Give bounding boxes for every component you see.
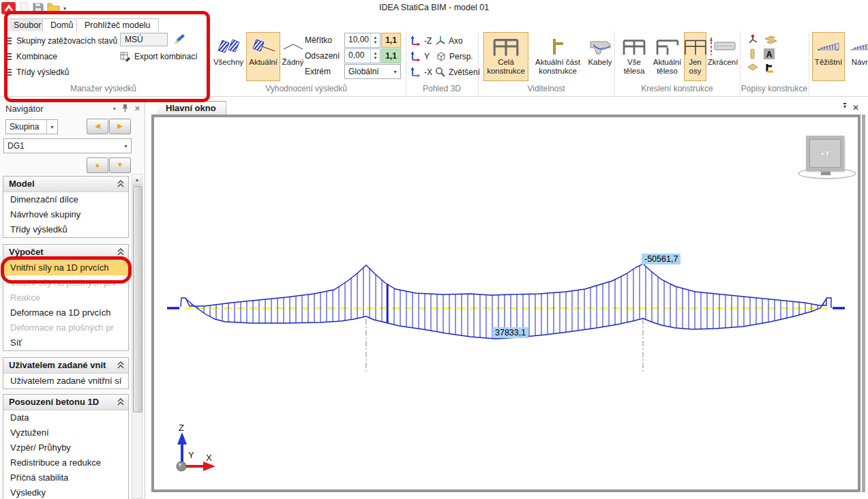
group-diagrams: Těžištní Návrh [809,31,868,95]
axes-only-button[interactable]: Jen osy [684,32,706,81]
nav-item-navrhove-skupiny[interactable]: Návrhové skupiny [3,207,128,222]
design-group-dropdown[interactable]: DG1 ▾ [3,138,132,153]
offset-1-1-button[interactable]: 1,1 [381,48,401,63]
navigator-mode-dropdown[interactable]: Skupina ▾ [5,119,58,134]
model-viewport[interactable]: -50561,7 37833,1 Z Y X +Y [151,115,860,492]
nav-item-dimenzacni-dilce[interactable]: Dimenzační dílce [3,192,128,207]
navigator-scrollbar[interactable]: ▲ [132,174,143,499]
current-solid-button[interactable]: Aktuální těleso [650,32,685,81]
all-solids-button[interactable]: Vše tělesa [618,32,650,81]
edit-pencil-icon[interactable] [173,33,185,48]
nav-item-redistribuce[interactable]: Redistribuce a redukce [3,455,128,470]
shortening-button[interactable]: Zkrácení [706,32,740,81]
combinations-label: Kombinace [16,52,57,61]
tab-domu[interactable]: Domů [42,18,81,33]
group-label: Pohled 3D [406,84,478,93]
nav-item-deformace-plosne[interactable]: Deformace na plošných pr [3,320,128,335]
section-header[interactable]: Uživatelem zadané vnit [3,358,128,374]
spinner-arrows-icon[interactable]: ▲▼ [370,49,380,63]
local-axes-icon[interactable] [764,63,780,76]
results-none-button[interactable]: Žádný [280,32,306,81]
nav-item-vysledky[interactable]: Výsledky [3,485,128,499]
scale-spinner[interactable]: 10,00 ▲▼ [344,33,380,48]
member-label-icon[interactable] [764,34,780,48]
design-label: Návrh [852,58,868,67]
nav-item-reakce[interactable]: Reakce [3,290,128,305]
offset-spinner[interactable]: 0,00 ▲▼ [344,48,380,63]
view-neg-x-label: -X [424,67,432,77]
scrollbar-thumb[interactable] [133,186,143,412]
right-edge-bar [862,115,865,492]
view-cube[interactable]: +Y [806,136,844,171]
nav-item-data[interactable]: Data [3,410,128,425]
results-all-button[interactable]: Všechny [211,32,246,81]
cables-button[interactable]: Kabely [586,32,614,81]
axis-triad-icon [410,51,421,61]
pin-icon[interactable] [122,104,128,114]
scrollbar-up-icon[interactable]: ▲ [132,175,142,185]
close-icon[interactable]: ✕ [134,104,140,113]
plate-label-icon[interactable] [747,63,763,76]
node-label-icon[interactable] [747,34,763,48]
chevron-down-icon: ▾ [121,143,131,149]
axis-z-label: Z [179,423,184,433]
axis-triad-icon [410,35,421,46]
tab-prohlizec-modelu[interactable]: Prohlížeč modelu [76,18,159,33]
nav-item-vnitrni-sily-1d[interactable]: Vnitřní síly na 1D prvcích [3,260,128,275]
move-up-button[interactable]: ▲ [87,157,108,173]
section-header[interactable]: Výpočet [3,245,128,260]
combinations-button[interactable]: Kombinace [4,49,57,63]
results-current-button[interactable]: Aktuální [246,32,280,81]
nav-item-pricna-stabilita[interactable]: Příčná stabilita [3,470,128,485]
nav-item-vzper-pruhyby[interactable]: Vzpěr/ Průhyby [3,440,128,455]
spinner-arrows-icon[interactable]: ▲▼ [370,33,380,47]
section-header[interactable]: Model [3,177,128,192]
extreme-value: Globální [345,67,390,76]
view-axo-button[interactable]: Axo [435,33,463,48]
group-popisy-konstrukce: A Popisy konstrukce [740,31,809,95]
doc-close-icon[interactable]: ✕ [852,103,859,112]
collapse-chevron-icon [117,361,124,369]
navbox-posouzeni-betonu: Posouzení betonu 1D Data Vyztužení Vzpěr… [3,394,129,499]
group-label: Vyhodnocení výsledků [207,84,406,93]
text-label-icon[interactable]: A [764,48,780,62]
doc-tab-hlavni-okno[interactable]: Hlavní okno [155,101,226,115]
result-class-field[interactable]: MSÚ [120,33,168,46]
result-classes-button[interactable]: Třídy výsledků [4,65,69,79]
offset-value: 0,00 [345,49,370,63]
current-solid-label: Aktuální těleso [650,58,684,76]
group-label: Viditelnost [478,84,614,93]
group-label: Kreslení konstrukce [614,84,740,93]
prev-item-button[interactable]: ◀ [87,119,108,134]
view-neg-z-button[interactable]: -Z [410,33,432,48]
section-label-icon[interactable] [747,48,763,62]
section-header[interactable]: Posouzení betonu 1D [3,395,128,410]
arrow-right-icon: ▶ [117,122,123,130]
export-combinations-button[interactable]: Export kombinací [120,49,198,63]
nav-item-uzivatelem-zadane[interactable]: Uživatelem zadané vnitřní sí [3,374,128,389]
view-y-button[interactable]: Y [410,49,430,63]
list-icon [4,52,13,61]
centroidal-button[interactable]: Těžištní [812,32,845,81]
view-neg-x-button[interactable]: -X [410,65,432,79]
nav-item-deformace-1d[interactable]: Deformace na 1D prvcích [3,305,128,320]
design-button[interactable]: Návrh [845,32,868,81]
view-zoom-button[interactable]: Zvětšení [435,65,480,79]
load-case-groups-button[interactable]: Skupiny zatěžovacích stavů [4,33,117,48]
group-kresleni-konstrukce: Vše tělesa Aktuální těleso Jen osy Zkrác… [614,31,740,95]
scale-1-1-button[interactable]: 1,1 [381,33,401,48]
move-down-button[interactable]: ▼ [109,157,131,173]
chevron-down-icon: ▾ [46,120,57,134]
view-persp-button[interactable]: Persp. [435,49,473,63]
nav-item-vyztuzeni[interactable]: Vyztužení [3,425,128,440]
extreme-dropdown[interactable]: Globální ▾ [344,64,401,79]
navbox-uzivatelem-zadane: Uživatelem zadané vnit Uživatelem zadané… [3,357,129,389]
doc-tabs-menu-icon[interactable]: ▾ [843,103,846,112]
nav-item-vnitrni-sily-plosne[interactable]: Vnitřní síly na plošných prv [3,275,128,290]
whole-structure-button[interactable]: Celá konstrukce [483,32,528,81]
nav-item-tridy-vysledku[interactable]: Třídy výsledků [3,222,128,237]
current-part-button[interactable]: Aktuální část konstrukce [528,32,587,81]
next-item-button[interactable]: ▶ [109,119,131,134]
panel-menu-icon[interactable]: ▾ [113,106,116,112]
nav-item-sit[interactable]: Síť [3,335,128,350]
